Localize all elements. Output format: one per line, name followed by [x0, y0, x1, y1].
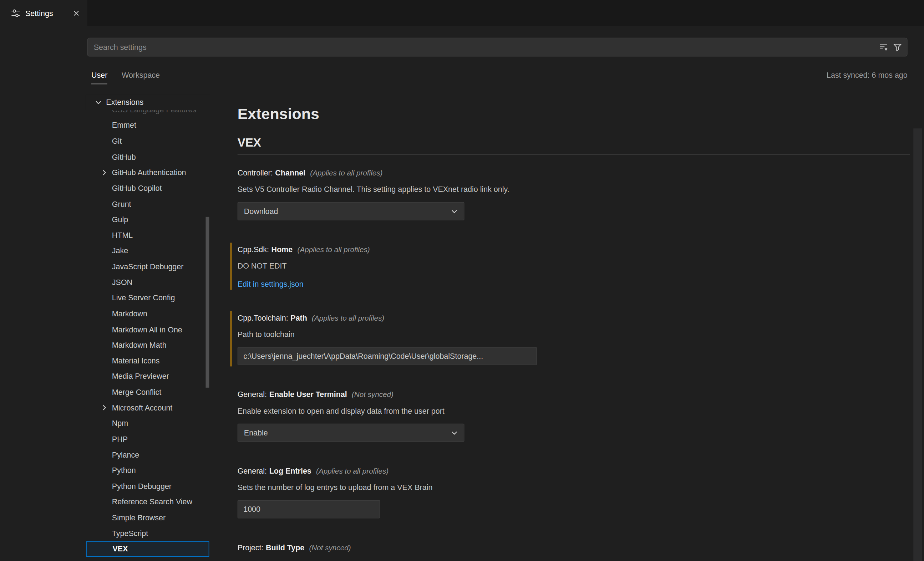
toc-item-github-copilot[interactable]: GitHub Copilot	[86, 180, 210, 196]
setting-scope-tag: (Applies to all profiles)	[297, 246, 370, 254]
setting-title: General:Enable User Terminal(Not synced)	[238, 389, 891, 400]
toc-item-label: Jake	[112, 246, 128, 255]
tab-title: Settings	[26, 9, 67, 18]
setting-title: Cpp.Sdk:Home(Applies to all profiles)	[238, 244, 891, 256]
toc-item-label: Emmet	[112, 121, 136, 130]
toc-item-label: Material Icons	[112, 356, 160, 365]
filter-icon[interactable]	[892, 42, 902, 52]
toc-item-python[interactable]: Python	[86, 463, 210, 478]
setting-description: Sets the number of log entrys to upload …	[238, 482, 891, 494]
toc-item-emmet[interactable]: Emmet	[86, 118, 210, 134]
toc-item-javascript-debugger[interactable]: JavaScript Debugger	[86, 259, 210, 274]
enable-user-terminal-dropdown[interactable]: Enable	[238, 424, 465, 442]
editor-tab-bar: Settings	[0, 0, 924, 26]
section-title: VEX	[238, 135, 910, 151]
setting-category: Cpp.Toolchain:	[238, 314, 288, 322]
toc-item-gulp[interactable]: Gulp	[86, 212, 210, 228]
setting-category: Project:	[238, 543, 264, 552]
setting-scope-tag: (Applies to all profiles)	[312, 314, 384, 322]
toc-item-label: Microsoft Account	[112, 404, 172, 412]
toc-scrollbar[interactable]	[206, 217, 209, 388]
setting-description: DO NOT EDIT	[238, 260, 891, 272]
toc-item-github[interactable]: GitHub	[86, 149, 210, 165]
toc-item-vex[interactable]: VEX	[86, 541, 209, 557]
setting-category: General:	[238, 390, 267, 399]
toc-item-grunt[interactable]: Grunt	[86, 196, 210, 212]
toc-item-label: Markdown	[112, 309, 147, 318]
dropdown-value: Enable	[244, 428, 268, 437]
dropdown-value: Download	[244, 207, 278, 216]
toc-item-label: VEX	[112, 544, 128, 554]
toc-item-microsoft-account[interactable]: Microsoft Account	[86, 400, 210, 416]
toc-item-markdown-all-in-one[interactable]: Markdown All in One	[86, 321, 210, 337]
toc-item-live-server-config[interactable]: Live Server Config	[86, 290, 210, 306]
toc-item-php[interactable]: PHP	[86, 431, 210, 447]
setting-cpp-sdk-home: Cpp.Sdk:Home(Applies to all profiles)DO …	[238, 244, 891, 289]
clear-search-icon[interactable]	[879, 42, 888, 52]
toc-item-label: Reference Search View	[112, 498, 192, 506]
close-icon[interactable]	[72, 9, 81, 18]
settings-tab[interactable]: Settings	[0, 0, 87, 26]
toc-item-npm[interactable]: Npm	[86, 416, 210, 431]
toc-item-simple-browser[interactable]: Simple Browser	[86, 510, 210, 525]
settings-sliders-icon	[11, 8, 21, 18]
toc-item-label: Grunt	[112, 200, 131, 208]
chevron-down-icon	[450, 428, 459, 437]
settings-toc: Extensions CSS Language FeaturesEmmetGit…	[86, 94, 210, 561]
setting-scope-tag: (Applies to all profiles)	[316, 467, 388, 476]
toc-item-media-previewer[interactable]: Media Previewer	[86, 368, 210, 384]
setting-scope-tag: (Not synced)	[309, 544, 351, 552]
toc-item-label: Simple Browser	[112, 513, 165, 522]
path-input[interactable]	[238, 347, 537, 365]
toc-item-label: Markdown All in One	[112, 325, 182, 334]
toc-item-label: HTML	[112, 231, 133, 240]
toc-item-github-authentication[interactable]: GitHub Authentication	[86, 165, 210, 180]
log-entries-input[interactable]	[238, 500, 380, 518]
toc-item-material-icons[interactable]: Material Icons	[86, 353, 210, 368]
toc-item-python-debugger[interactable]: Python Debugger	[86, 478, 210, 494]
toc-item-label: PHP	[112, 435, 128, 444]
toc-item-markdown-math[interactable]: Markdown Math	[86, 337, 210, 353]
settings-scope-tabs: User Workspace	[92, 69, 908, 88]
toc-item-label: Media Previewer	[112, 372, 169, 381]
setting-title: Controller:Channel(Applies to all profil…	[238, 167, 891, 179]
toc-item-label: Markdown Math	[112, 340, 166, 350]
toc-item-git[interactable]: Git	[86, 134, 210, 149]
toc-item-label: Git	[112, 136, 122, 146]
setting-scope-tag: (Not synced)	[352, 390, 393, 399]
toc-item-label: Npm	[112, 419, 128, 428]
settings-content: Extensions VEX Controller:Channel(Applie…	[224, 94, 924, 561]
setting-description: Sets V5 Controller Radio Channel. This s…	[238, 184, 891, 195]
toc-item-markdown[interactable]: Markdown	[86, 306, 210, 321]
toc-item-label: JavaScript Debugger	[112, 262, 184, 271]
chevron-right-icon	[99, 403, 109, 412]
toc-header-extensions[interactable]: Extensions	[86, 94, 210, 110]
toc-item-merge-conflict[interactable]: Merge Conflict	[86, 384, 210, 400]
toc-item-typescript[interactable]: TypeScript	[86, 525, 210, 541]
search-input[interactable]	[88, 43, 879, 52]
toc-item-pylance[interactable]: Pylance	[86, 447, 210, 463]
toc-item-reference-search-view[interactable]: Reference Search View	[86, 494, 210, 510]
tab-workspace[interactable]: Workspace	[122, 69, 160, 84]
toc-item-label: Merge Conflict	[112, 388, 161, 397]
setting-description: Enable extension to open and display dat…	[238, 405, 891, 417]
tab-user[interactable]: User	[92, 69, 107, 84]
setting-general-log-entries: General:Log Entries(Applies to all profi…	[238, 465, 891, 519]
toc-item-html[interactable]: HTML	[86, 228, 210, 243]
channel-dropdown[interactable]: Download	[238, 202, 465, 220]
setting-name: Build Type	[266, 543, 304, 552]
toc-item-jake[interactable]: Jake	[86, 243, 210, 259]
toc-list: CSS Language FeaturesEmmetGitGitHubGitHu…	[86, 102, 210, 557]
settings-search	[87, 38, 907, 57]
toc-item-label: JSON	[112, 278, 132, 287]
setting-category: General:	[238, 466, 267, 476]
setting-title: Cpp.Toolchain:Path(Applies to all profil…	[238, 312, 891, 324]
toc-item-json[interactable]: JSON	[86, 274, 210, 290]
setting-project-build-type: Project:Build Type(Not synced)	[238, 542, 891, 554]
toc-item-label: Gulp	[112, 215, 128, 224]
setting-controller-channel: Controller:Channel(Applies to all profil…	[238, 167, 891, 220]
setting-category: Cpp.Sdk:	[238, 245, 269, 254]
content-scrollbar[interactable]	[913, 128, 922, 561]
edit-in-settings-json-link[interactable]: Edit in settings.json	[238, 280, 304, 289]
toc-header-label: Extensions	[106, 98, 143, 106]
